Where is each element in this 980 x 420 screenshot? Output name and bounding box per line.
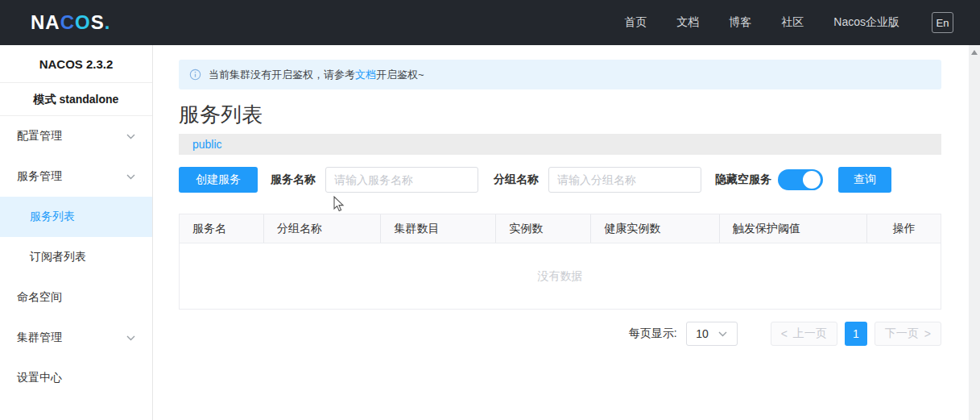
nav-link-home[interactable]: 首页 [624,15,647,30]
sidebar-item-label: 服务管理 [17,169,62,184]
nacos-logo[interactable]: NACOS. [31,11,110,34]
namespace-tabbar: public [179,134,941,155]
sidebar-item-label: 集群管理 [17,331,62,345]
no-data-text: 没有数据 [538,269,583,284]
page-size-label: 每页显示: [629,326,677,341]
sidebar-item-label: 订阅者列表 [30,250,86,264]
column-header-service-name: 服务名 [180,214,263,243]
sidebar-item-service-management[interactable]: 服务管理 [0,156,152,197]
chevron-down-icon [718,331,727,337]
nav-link-enterprise[interactable]: Nacos企业版 [833,15,899,30]
service-table: 服务名 分组名称 集群数目 实例数 健康实例数 触发保护阈值 操作 没有数据 [179,214,941,310]
next-page-label: 下一页 [885,326,919,341]
language-toggle-button[interactable]: En [932,12,953,33]
mode-label: 模式 standalone [0,83,152,116]
main-content: 当前集群没有开启鉴权，请参考文档开启鉴权~ 服务列表 public 创建服务 服… [154,45,969,420]
docs-link[interactable]: 文档 [355,68,376,82]
pagination: 每页显示: 10 < 上一页 1 下一页 > [179,322,941,346]
toggle-knob [803,171,821,189]
banner-text: 当前集群没有开启鉴权，请参考 [209,68,355,82]
service-name-input[interactable] [325,167,478,193]
column-header-actions: 操作 [866,214,941,243]
nav-link-blog[interactable]: 博客 [729,15,751,30]
chevron-down-icon [126,174,135,180]
page-size-select[interactable]: 10 [686,322,738,346]
group-name-input[interactable] [548,167,701,193]
nacos-version-label: NACOS 2.3.2 [0,45,152,83]
sidebar: NACOS 2.3.2 模式 standalone 配置管理 服务管理 服务列表… [0,45,153,420]
hide-empty-service-toggle[interactable] [778,169,823,190]
prev-arrow-icon: < [781,327,788,340]
nacos-console: NACOS. 首页 文档 博客 社区 Nacos企业版 En NACOS 2.3… [0,0,980,420]
next-page-button[interactable]: 下一页 > [875,322,941,346]
sidebar-item-label: 设置中心 [17,371,62,385]
sidebar-item-cluster-management[interactable]: 集群管理 [0,318,152,358]
column-header-instance-count: 实例数 [495,214,590,243]
page-size-value: 10 [696,327,709,340]
prev-page-button[interactable]: < 上一页 [771,322,837,346]
search-toolbar: 创建服务 服务名称 分组名称 隐藏空服务 查询 [179,167,941,193]
sidebar-item-settings-center[interactable]: 设置中心 [0,358,152,398]
logo-text: S [91,11,105,34]
chevron-down-icon [126,335,135,341]
logo-text: . [105,11,111,34]
sidebar-item-label: 服务列表 [30,210,75,224]
tab-namespace-public[interactable]: public [192,138,222,151]
sidebar-item-service-list[interactable]: 服务列表 [0,197,152,237]
auth-warning-banner: 当前集群没有开启鉴权，请参考文档开启鉴权~ [179,60,941,89]
info-icon [189,69,201,81]
chevron-down-icon [126,134,135,139]
next-arrow-icon: > [924,327,931,340]
query-button[interactable]: 查询 [838,167,891,193]
hide-empty-service-label: 隐藏空服务 [715,173,771,187]
table-empty-state: 没有数据 [180,243,941,309]
prev-page-label: 上一页 [793,326,827,341]
create-service-button[interactable]: 创建服务 [179,167,258,193]
service-name-label: 服务名称 [271,173,316,187]
table-header-row: 服务名 分组名称 集群数目 实例数 健康实例数 触发保护阈值 操作 [180,214,941,243]
column-header-group-name: 分组名称 [263,214,381,243]
sidebar-item-subscriber-list[interactable]: 订阅者列表 [0,237,152,277]
logo-text: C [60,11,75,34]
column-header-cluster-count: 集群数目 [380,214,495,243]
sidebar-item-config-management[interactable]: 配置管理 [0,116,152,156]
logo-text: NA [31,11,60,34]
sidebar-item-label: 配置管理 [17,129,62,143]
column-header-protection-threshold: 触发保护阈值 [719,214,866,243]
banner-text: 开启鉴权~ [376,68,424,82]
navbar-links: 首页 文档 博客 社区 Nacos企业版 [624,15,932,30]
sidebar-item-namespace[interactable]: 命名空间 [0,277,152,318]
nav-link-community[interactable]: 社区 [781,15,804,30]
scroll-up-arrow-icon[interactable] [971,50,978,55]
page-title: 服务列表 [179,102,941,127]
page-number-1[interactable]: 1 [845,322,867,346]
group-name-label: 分组名称 [494,173,539,187]
top-navbar: NACOS. 首页 文档 博客 社区 Nacos企业版 En [0,0,980,45]
nav-link-docs[interactable]: 文档 [676,15,699,30]
vertical-scrollbar[interactable] [969,45,980,420]
logo-text: O [75,11,91,34]
sidebar-item-label: 命名空间 [17,290,62,305]
column-header-healthy-instance-count: 健康实例数 [590,214,719,243]
